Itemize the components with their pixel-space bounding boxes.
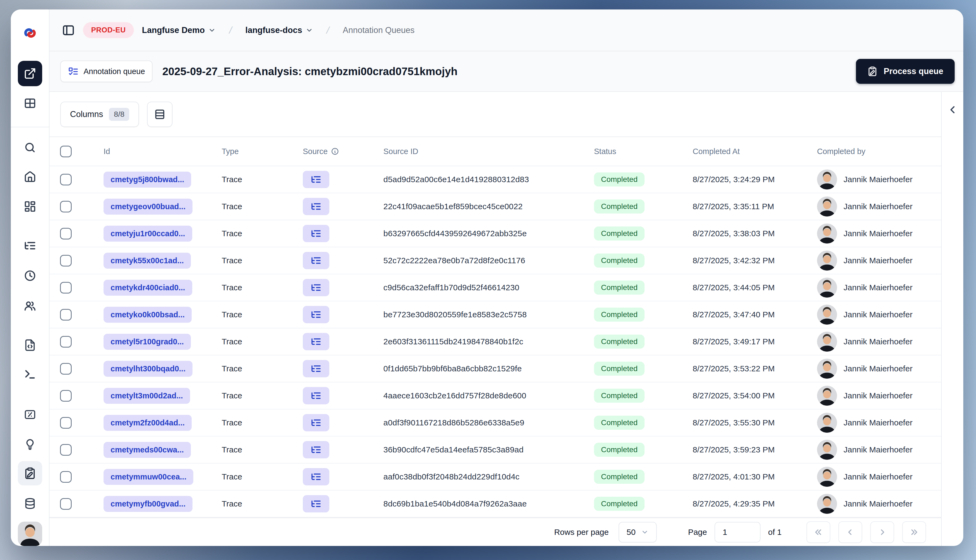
source-trace-button[interactable] xyxy=(303,252,329,269)
column-header-type[interactable]: Type xyxy=(222,147,239,156)
first-page-button[interactable] xyxy=(806,522,830,543)
item-id-badge[interactable]: cmetyko0k00bsad... xyxy=(103,307,192,323)
pager-buttons xyxy=(806,522,926,543)
row-checkbox[interactable] xyxy=(60,309,72,320)
breadcrumb-org[interactable]: Langfuse Demo xyxy=(142,25,216,35)
sidebar-item-tracing[interactable] xyxy=(18,233,42,258)
item-id-badge[interactable]: cmetygeov00buad... xyxy=(103,198,192,215)
sidebar-item-insights[interactable] xyxy=(18,432,42,456)
row-checkbox[interactable] xyxy=(60,228,72,240)
column-header-source[interactable]: Source xyxy=(303,147,339,156)
item-id-badge[interactable]: cmetymeds00cwa... xyxy=(103,442,191,458)
item-id-badge[interactable]: cmetyl5r100grad0... xyxy=(103,334,191,350)
sidebar-item-datasets[interactable] xyxy=(18,492,42,516)
next-page-button[interactable] xyxy=(870,522,894,543)
row-checkbox[interactable] xyxy=(60,336,72,348)
table-row[interactable]: cmetyko0k00bsad... Trace be7723e30d80205… xyxy=(50,302,941,328)
sidebar-item-dashboard[interactable] xyxy=(18,194,42,218)
breadcrumb-project[interactable]: langfuse-docs xyxy=(245,25,313,35)
item-id-badge[interactable]: cmetym2fz00d4ad... xyxy=(103,415,192,431)
completed-at-value: 8/27/2025, 3:35:11 PM xyxy=(692,202,774,211)
table-row[interactable]: cmetym2fz00d4ad... Trace a0df3f901167218… xyxy=(50,410,941,437)
expand-panel-button[interactable] xyxy=(946,104,958,117)
queue-type-badge[interactable]: Annotation queue xyxy=(60,60,152,82)
sidebar-toggle-button[interactable] xyxy=(62,24,75,37)
source-trace-button[interactable] xyxy=(303,171,329,188)
item-id-badge[interactable]: cmetykdr400ciad0... xyxy=(103,280,192,296)
source-trace-button[interactable] xyxy=(303,360,329,377)
row-checkbox[interactable] xyxy=(60,498,72,510)
sidebar-item-home[interactable] xyxy=(18,165,42,189)
row-checkbox[interactable] xyxy=(60,255,72,267)
source-trace-button[interactable] xyxy=(303,279,329,296)
sidebar-item-playground[interactable] xyxy=(18,362,42,387)
row-checkbox[interactable] xyxy=(60,174,72,185)
table-row[interactable]: cmetylht300bqad0... Trace 0f1dd65b7bb9bf… xyxy=(50,355,941,382)
previous-page-button[interactable] xyxy=(838,522,862,543)
source-trace-button[interactable] xyxy=(303,198,329,215)
row-checkbox[interactable] xyxy=(60,282,72,293)
sidebar-item-prompts[interactable] xyxy=(18,333,42,357)
table-row[interactable]: cmetylt3m00d2ad... Trace 4aaece1603cb2e1… xyxy=(50,382,941,410)
item-id-badge[interactable]: cmetyju1r00ccad0... xyxy=(103,226,192,242)
table-row[interactable]: cmetyju1r00ccad0... Trace b63297665cfd44… xyxy=(50,220,941,247)
source-trace-button[interactable] xyxy=(303,441,329,458)
completed-by-name: Jannik Maierhoefer xyxy=(844,391,913,400)
item-id-badge[interactable]: cmetymyfb00gvad... xyxy=(103,496,192,512)
table-row[interactable]: cmetymyfb00gvad... Trace 8dc69b1ba1e540b… xyxy=(50,490,941,518)
rows-per-page-select[interactable]: 50 xyxy=(619,522,657,542)
table-row[interactable]: cmetymmuw00cea... Trace aaf0c38db0f3f204… xyxy=(50,463,941,490)
completed-by-avatar xyxy=(817,494,837,514)
user-avatar[interactable] xyxy=(18,522,42,546)
last-page-button[interactable] xyxy=(902,522,926,543)
row-checkbox[interactable] xyxy=(60,444,72,456)
column-header-status[interactable]: Status xyxy=(594,147,616,156)
table-row[interactable]: cmetyk55x00c1ad... Trace 52c72c2222ea78e… xyxy=(50,247,941,274)
table-row[interactable]: cmetykdr400ciad0... Trace c9d56ca32efaff… xyxy=(50,274,941,302)
table-row[interactable]: cmetyg5j800bwad... Trace d5ad9d52a00c6e1… xyxy=(50,166,941,193)
source-trace-button[interactable] xyxy=(303,225,329,242)
completed-by-name: Jannik Maierhoefer xyxy=(844,283,913,292)
row-checkbox[interactable] xyxy=(60,390,72,402)
table-row[interactable]: cmetygeov00buad... Trace 22c41f09acae5b1… xyxy=(50,193,941,220)
row-height-button[interactable] xyxy=(147,102,172,127)
source-trace-button[interactable] xyxy=(303,495,329,512)
source-trace-button[interactable] xyxy=(303,306,329,323)
process-queue-button[interactable]: Process queue xyxy=(856,59,954,84)
open-in-new-button[interactable] xyxy=(18,61,42,86)
status-badge: Completed xyxy=(594,280,644,295)
item-id-badge[interactable]: cmetyk55x00c1ad... xyxy=(103,253,191,268)
source-trace-button[interactable] xyxy=(303,414,329,432)
column-header-completed-by[interactable]: Completed by xyxy=(817,147,866,156)
source-trace-button[interactable] xyxy=(303,333,329,350)
column-header-source-id[interactable]: Source ID xyxy=(384,147,418,156)
sidebar-item-table-view[interactable] xyxy=(18,91,42,115)
column-header-completed-at[interactable]: Completed At xyxy=(692,147,740,156)
source-trace-button[interactable] xyxy=(303,468,329,485)
status-badge: Completed xyxy=(594,416,644,430)
item-id-badge[interactable]: cmetylht300bqad0... xyxy=(103,361,192,377)
table-row[interactable]: cmetyl5r100grad0... Trace 2e603f31361115… xyxy=(50,328,941,355)
completed-by-avatar xyxy=(817,413,837,433)
sidebar-item-sessions[interactable] xyxy=(18,263,42,288)
list-tree-icon xyxy=(310,472,322,482)
column-header-id[interactable]: Id xyxy=(103,147,110,156)
select-all-checkbox[interactable] xyxy=(60,146,72,157)
row-checkbox[interactable] xyxy=(60,471,72,483)
sidebar-item-users[interactable] xyxy=(18,294,42,318)
row-checkbox[interactable] xyxy=(60,363,72,375)
source-trace-button[interactable] xyxy=(303,387,329,404)
sidebar-item-evaluation[interactable] xyxy=(18,402,42,427)
row-checkbox[interactable] xyxy=(60,201,72,212)
environment-badge: PROD-EU xyxy=(83,22,134,38)
sidebar-item-annotation-queues[interactable] xyxy=(18,461,42,485)
item-id-badge[interactable]: cmetylt3m00d2ad... xyxy=(103,388,190,404)
columns-button[interactable]: Columns 8/8 xyxy=(60,102,139,127)
item-id-badge[interactable]: cmetyg5j800bwad... xyxy=(103,172,191,188)
open-in-new-icon xyxy=(24,67,36,80)
row-checkbox[interactable] xyxy=(60,417,72,428)
page-number-input[interactable] xyxy=(714,522,761,542)
item-id-badge[interactable]: cmetymmuw00cea... xyxy=(103,469,193,485)
sidebar-item-search[interactable] xyxy=(18,135,42,160)
table-row[interactable]: cmetymeds00cwa... Trace 36b90cdfc47e5da1… xyxy=(50,437,941,463)
